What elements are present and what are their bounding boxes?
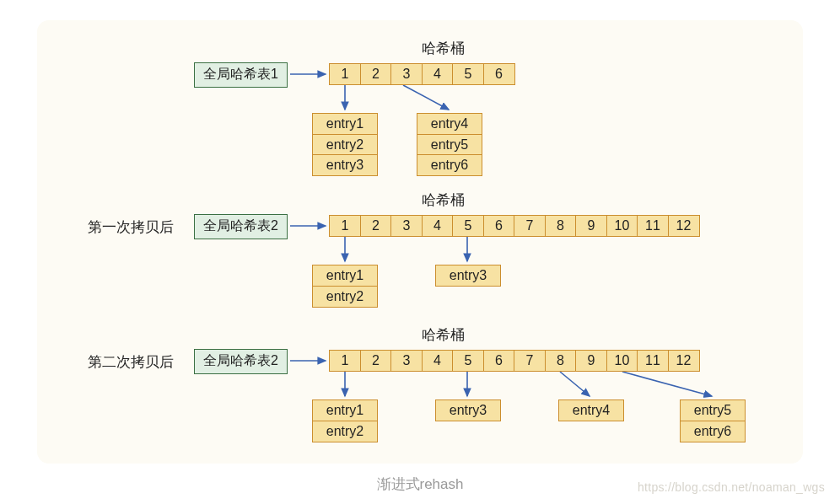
entry-cell: entry6 (680, 421, 746, 442)
bucket-cell: 5 (452, 350, 484, 372)
entry-cell: entry4 (417, 113, 482, 135)
bucket-cell: 11 (637, 350, 669, 372)
bucket-cell: 1 (329, 63, 361, 85)
svg-line-2 (403, 85, 449, 110)
bucket-cell: 7 (514, 350, 546, 372)
hash-table-label-2: 全局哈希表2 (194, 214, 288, 239)
bucket-cell: 1 (329, 350, 361, 372)
bucket-cell: 2 (360, 63, 392, 85)
watermark-text: https://blog.csdn.net/noaman_wgs (638, 480, 825, 494)
bucket-cell: 4 (422, 215, 454, 237)
entry-cell: entry1 (312, 399, 378, 421)
entry-column-2a: entry1 entry2 (312, 265, 378, 308)
entry-cell: entry4 (558, 399, 624, 421)
bucket-cell: 9 (575, 350, 607, 372)
bucket-cell: 3 (390, 215, 423, 237)
entry-cell: entry2 (312, 134, 378, 156)
entry-column-3a: entry1 entry2 (312, 399, 378, 442)
bucket-cell: 6 (483, 215, 515, 237)
bucket-cell: 5 (452, 63, 484, 85)
bucket-cell: 8 (545, 350, 577, 372)
bucket-row-2: 1 2 3 4 5 6 7 8 9 10 11 12 (329, 215, 700, 237)
entry-cell: entry2 (312, 286, 378, 308)
bucket-cell: 5 (452, 215, 484, 237)
bucket-cell: 12 (668, 350, 700, 372)
entry-column-3c: entry4 (558, 399, 624, 421)
entry-cell: entry3 (435, 399, 501, 421)
hash-table-label-1: 全局哈希表1 (194, 62, 288, 88)
bucket-cell: 7 (514, 215, 546, 237)
entry-column-2b: entry3 (435, 265, 501, 287)
entry-cell: entry1 (312, 113, 378, 135)
bucket-cell: 6 (483, 350, 515, 372)
bucket-row-1: 1 2 3 4 5 6 (329, 63, 515, 85)
bucket-cell: 4 (422, 63, 454, 85)
entry-cell: entry3 (312, 154, 378, 176)
bucket-cell: 10 (606, 215, 638, 237)
bucket-cell: 9 (575, 215, 607, 237)
arrow-layer (37, 20, 803, 464)
entry-column-3d: entry5 entry6 (680, 399, 746, 442)
bucket-cell: 6 (483, 63, 515, 85)
entry-column-3b: entry3 (435, 399, 501, 421)
entry-cell: entry3 (435, 265, 501, 287)
bucket-cell: 3 (390, 350, 423, 372)
hash-table-label-3: 全局哈希表2 (194, 349, 288, 374)
bucket-cell: 2 (360, 350, 392, 372)
bucket-cell: 8 (545, 215, 577, 237)
entry-cell: entry2 (312, 421, 378, 442)
bucket-header-1: 哈希桶 (422, 39, 465, 58)
bucket-header-2: 哈希桶 (422, 190, 465, 210)
bucket-cell: 2 (360, 215, 392, 237)
step-label-1: 第一次拷贝后 (88, 217, 174, 237)
entry-cell: entry5 (680, 399, 746, 421)
bucket-cell: 11 (637, 215, 669, 237)
bucket-cell: 4 (422, 350, 454, 372)
entry-cell: entry5 (417, 134, 482, 156)
step-label-2: 第二次拷贝后 (88, 352, 174, 372)
entry-column-1b: entry4 entry5 entry6 (417, 113, 482, 176)
entry-cell: entry6 (417, 154, 482, 176)
bucket-cell: 3 (390, 63, 423, 85)
bucket-cell: 12 (668, 215, 700, 237)
diagram-canvas: 哈希桶 全局哈希表1 1 2 3 4 5 6 entry1 entry2 ent… (37, 20, 803, 464)
entry-column-1a: entry1 entry2 entry3 (312, 113, 378, 176)
bucket-cell: 1 (329, 215, 361, 237)
bucket-header-3: 哈希桶 (422, 325, 465, 345)
entry-cell: entry1 (312, 265, 378, 287)
bucket-row-3: 1 2 3 4 5 6 7 8 9 10 11 12 (329, 350, 700, 372)
svg-line-10 (622, 372, 712, 396)
bucket-cell: 10 (606, 350, 638, 372)
svg-line-9 (560, 372, 590, 396)
